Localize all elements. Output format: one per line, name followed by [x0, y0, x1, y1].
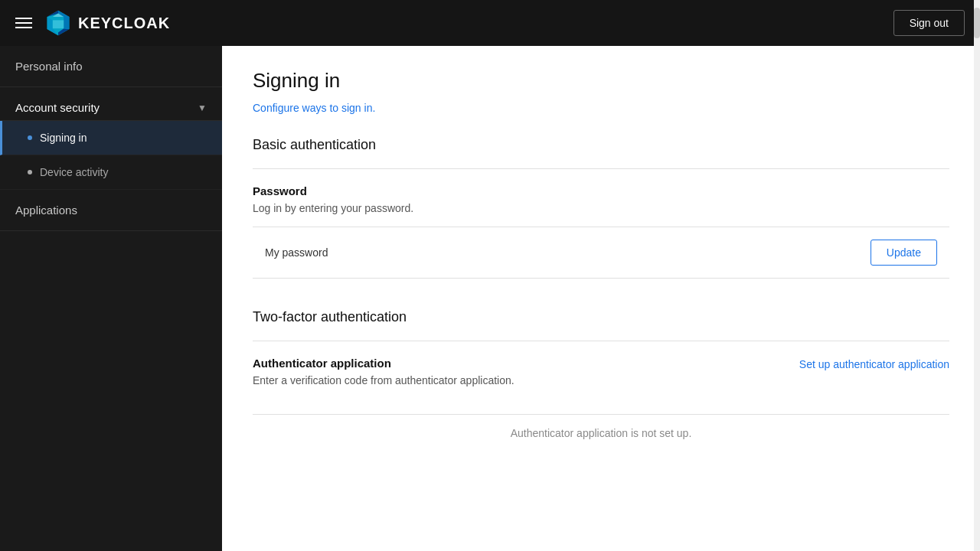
sub-item-dot-2: [28, 170, 32, 174]
sub-item-dot: [28, 135, 32, 140]
keycloak-logo-icon: [44, 9, 72, 37]
sidebar-sub-item-signing-in[interactable]: Signing in: [0, 121, 222, 155]
two-factor-title: Two-factor authentication: [253, 309, 949, 325]
sidebar-item-account-security[interactable]: Account security ▼: [0, 87, 222, 121]
my-password-label: My password: [265, 246, 328, 259]
page-subtitle: Configure ways to sign in.: [253, 102, 949, 114]
authenticator-info: Authenticator application Enter a verifi…: [253, 357, 514, 399]
authenticator-desc: Enter a verification code from authentic…: [253, 374, 514, 386]
update-button[interactable]: Update: [871, 240, 937, 266]
sidebar-item-applications[interactable]: Applications: [0, 190, 222, 231]
password-section: Password Log in by entering your passwor…: [253, 184, 949, 214]
header-left: KEYCLOAK: [15, 9, 170, 37]
svg-marker-5: [64, 17, 69, 29]
password-subsection-title: Password: [253, 184, 949, 197]
basic-auth-title: Basic authentication: [253, 137, 949, 153]
sidebar-item-personal-info[interactable]: Personal info: [0, 46, 222, 87]
authenticator-title: Authenticator application: [253, 357, 514, 370]
logo: KEYCLOAK: [44, 9, 170, 37]
account-security-label: Account security: [15, 101, 100, 114]
svg-marker-6: [53, 20, 64, 28]
device-activity-label: Device activity: [40, 166, 108, 178]
sidebar-sub-item-device-activity[interactable]: Device activity: [0, 155, 222, 190]
two-factor-section: Two-factor authentication Authenticator …: [253, 309, 949, 439]
password-desc: Log in by entering your password.: [253, 202, 949, 214]
personal-info-label: Personal info: [15, 60, 83, 73]
page-title: Signing in: [253, 69, 949, 93]
divider-2: [253, 341, 949, 341]
scrollbar-track[interactable]: [974, 46, 980, 551]
password-row: My password Update: [253, 227, 949, 279]
body-container: Personal info Account security ▼ Signing…: [0, 46, 980, 551]
logo-text: KEYCLOAK: [78, 15, 170, 32]
setup-authenticator-link[interactable]: Set up authenticator application: [799, 358, 949, 370]
authenticator-header: Authenticator application Enter a verifi…: [253, 357, 949, 399]
menu-icon[interactable]: [15, 18, 32, 28]
main-content: Signing in Configure ways to sign in. Ba…: [222, 46, 980, 551]
auth-status-text: Authenticator application is not set up.: [253, 414, 949, 439]
signing-in-label: Signing in: [40, 132, 87, 144]
app-header: KEYCLOAK Sign out: [0, 0, 980, 46]
divider-1: [253, 168, 949, 169]
applications-label: Applications: [15, 204, 77, 217]
chevron-down-icon: ▼: [198, 103, 207, 113]
sidebar: Personal info Account security ▼ Signing…: [0, 46, 222, 551]
sign-out-button[interactable]: Sign out: [893, 10, 965, 36]
